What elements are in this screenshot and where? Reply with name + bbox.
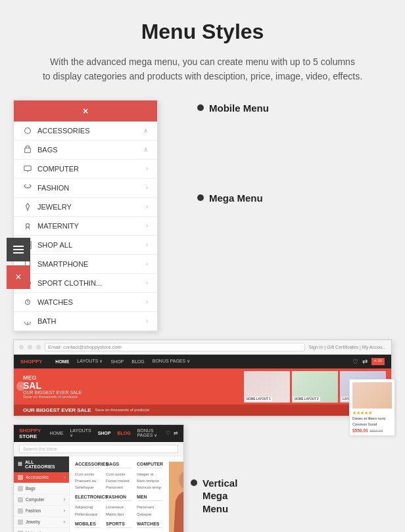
mega-cols-group: ACCESSORIES Cum sociis Praesent eu Seler…	[75, 462, 162, 532]
all-categories-header: ⊞ ALL CATEGORIES	[14, 456, 69, 472]
brand-2: SHOPPY STORE	[19, 428, 43, 439]
category-accessories[interactable]: Accessories ›	[14, 472, 69, 483]
chevron-right-icon: ›	[64, 475, 65, 479]
nav2-shop[interactable]: SHOP	[98, 431, 111, 435]
compare-icon[interactable]: ⇄	[362, 358, 368, 365]
list-item[interactable]: WATCHES ›	[14, 293, 157, 312]
mega-col-sports: SPORTS Fusce mole Ridiculus mus	[106, 521, 131, 532]
svg-point-0	[25, 127, 31, 133]
list-item[interactable]: BAGS ∧	[14, 141, 157, 160]
browser-navbar: SHOPPY HOME LAYOUTS ∨ SHOP BLOG BONUS PA…	[14, 355, 391, 368]
hero-eyebrow: MEG	[23, 374, 82, 381]
vert-sidebar: ⊞ ALL CATEGORIES Accessories ›	[14, 456, 70, 532]
cart-icon[interactable]: rt 30	[371, 358, 385, 365]
chevron-right-icon: ›	[146, 317, 148, 324]
browser-nav-text: Sign In | Gift Certificates | My Accou..…	[309, 345, 386, 349]
nav2-layouts[interactable]: LAYOUTS ∨	[70, 428, 91, 438]
mega-menu-section: Email: contact@shoppystore.com Sign In |…	[13, 340, 392, 416]
list-item[interactable]: SPORT CLOTHIN... ›	[14, 274, 157, 293]
close-icon[interactable]: ×	[83, 106, 88, 116]
vertical-mega-text: Vertical Mega Menu	[202, 477, 237, 516]
nav2-blog[interactable]: BLOG	[117, 431, 130, 435]
sale-label: OUR BIGGEST EVER SALE	[23, 407, 91, 413]
bullet-icon	[191, 479, 197, 486]
list-item[interactable]: SMARTPHONE ›	[14, 255, 157, 274]
nav-layouts[interactable]: LAYOUTS ∨	[77, 359, 103, 364]
list-item[interactable]: SHOP ALL ›	[14, 236, 157, 255]
heart-icon-2[interactable]: ♡	[166, 430, 170, 436]
person-silhouette	[169, 462, 183, 532]
chevron-up-icon: ∧	[143, 146, 148, 153]
sale-sub: Save on thousands of products	[95, 408, 150, 412]
hero-cta-text: Save on thousands of products	[23, 395, 82, 399]
compare-icon-2[interactable]: ⇄	[174, 430, 178, 436]
svg-marker-4	[26, 204, 29, 211]
maternity-icon	[23, 221, 32, 231]
chevron-right-icon: ›	[146, 260, 148, 267]
nav-icons: ♡ ⇄ rt 30	[352, 358, 385, 365]
nav-home[interactable]: HOME	[55, 359, 69, 364]
category-maternity[interactable]: Maternity	[14, 528, 69, 532]
mega-row-3: MOBILES Dullamcorper Magno dis SPORTS Fu…	[75, 521, 162, 532]
bottom-left: SHOPPY STORE HOME LAYOUTS ∨ SHOP BLOG BO…	[13, 424, 184, 532]
nav2-bonus[interactable]: BONUS PAGES ∨	[137, 428, 159, 438]
category-fashion[interactable]: Fashion ›	[14, 506, 69, 517]
mega-row-2: ELECTRONICS Adipiscing Pellentesque FASH…	[75, 495, 162, 517]
search-input[interactable]: Search the store	[19, 445, 178, 453]
nav-shop[interactable]: SHOP	[110, 359, 124, 364]
close-icon: ×	[15, 271, 21, 283]
close-button[interactable]: ×	[7, 265, 30, 289]
accessories-icon	[18, 475, 23, 480]
top-section: × ACCESSORIES ∧ BAGS ∧	[13, 100, 392, 332]
fashion-icon	[18, 508, 23, 514]
chevron-right-icon: ›	[146, 203, 148, 210]
page-description: With the advanced mega menu, you can cre…	[43, 55, 362, 84]
hero-banner: ‹ MEG SAL OUR BIGGEST EVER SALE Save on …	[14, 368, 391, 405]
browser-url: Email: contact@shoppystore.com	[45, 343, 305, 351]
mega-col-mobiles: MOBILES Dullamcorper Magno dis	[75, 521, 101, 532]
list-item[interactable]: JEWELRY ›	[14, 198, 157, 217]
fashion-icon	[23, 183, 32, 192]
mobile-menu-header: ×	[14, 100, 157, 122]
browser-1: Email: contact@shoppystore.com Sign In |…	[13, 340, 392, 416]
nav2-home[interactable]: HOME	[49, 431, 63, 435]
list-item[interactable]: MATERNITY ›	[14, 217, 157, 236]
mega-col-bags: BAGS Cum sociis Fusce molest Parturient	[106, 462, 131, 491]
category-computer[interactable]: Computer ›	[14, 495, 69, 506]
right-labels: Mobile Menu Mega Menu	[191, 100, 392, 209]
computer-icon	[18, 497, 23, 502]
chevron-up-icon: ∧	[143, 127, 148, 134]
nav-bonus[interactable]: BONUS PAGES ∨	[153, 359, 190, 364]
mega-menu-label: Mega Menu	[197, 192, 392, 204]
bottom-section: SHOPPY STORE HOME LAYOUTS ∨ SHOP BLOG BO…	[13, 424, 392, 532]
bags-icon	[18, 486, 23, 491]
thumb-1: HOME LAYOUT 1	[244, 371, 290, 403]
watches-icon	[23, 298, 32, 307]
mega-col-electronics: ELECTRONICS Adipiscing Pellentesque	[75, 495, 101, 517]
list-item[interactable]: ACCESSORIES ∧	[14, 122, 157, 141]
list-item[interactable]: FASHION ›	[14, 179, 157, 198]
sale-bar: OUR BIGGEST EVER SALE Save on thousands …	[14, 405, 391, 416]
mega-col-fashion: FASHION Loremoue Mattis laor	[106, 495, 131, 517]
nav-blog[interactable]: BLOG	[131, 359, 144, 364]
chevron-right-icon: ›	[146, 279, 148, 286]
accessories-icon	[23, 126, 32, 135]
page-title: Menu Styles	[141, 20, 264, 44]
list-item[interactable]: BATH ›	[14, 312, 157, 331]
list-item[interactable]: COMPUTER ›	[14, 160, 157, 179]
category-jewelry[interactable]: Jewelry ›	[14, 517, 69, 528]
mega-dropdown: ACCESSORIES Cum sociis Praesent eu Seler…	[70, 456, 183, 532]
left-panel: × ACCESSORIES ∧ BAGS ∧	[13, 100, 184, 332]
mega-col-computer: COMPUTER Integer et Nam tempus Namcos te…	[137, 462, 162, 491]
thumb-label-1: HOME LAYOUT 1	[245, 397, 272, 401]
hero-title: SAL	[23, 381, 82, 390]
chevron-right-icon: ›	[146, 241, 148, 248]
category-bags[interactable]: Bags	[14, 483, 69, 495]
jewelry-icon	[18, 520, 23, 525]
hamburger-button[interactable]	[7, 238, 30, 261]
chevron-right-icon: ›	[64, 497, 65, 502]
heart-icon[interactable]: ♡	[352, 358, 358, 365]
jewelry-icon	[23, 202, 32, 211]
search-bar: Search the store	[14, 442, 183, 456]
vertical-menu-body: ⊞ ALL CATEGORIES Accessories ›	[14, 456, 183, 532]
